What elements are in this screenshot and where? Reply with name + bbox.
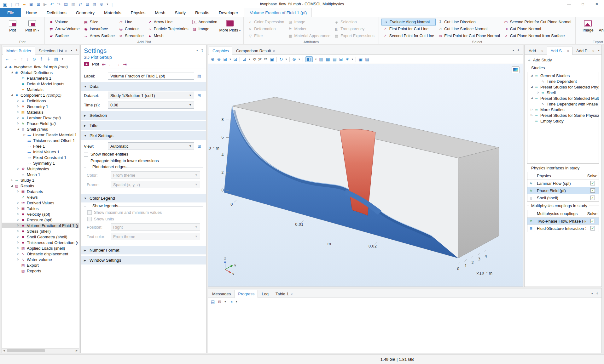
section-plot-settings[interactable]: ▼Plot Settings bbox=[81, 131, 206, 140]
section-data[interactable]: ▼Data bbox=[81, 82, 206, 91]
section-window-settings[interactable]: ▶Window Settings bbox=[81, 256, 206, 264]
expander-icon[interactable]: ▷ bbox=[16, 219, 20, 221]
expander-icon[interactable]: ◢ bbox=[9, 185, 14, 187]
expander-icon[interactable]: ▷ bbox=[16, 122, 20, 125]
animate-icon[interactable]: ▣ bbox=[270, 57, 274, 61]
tree-item[interactable]: ▷ ∿ Obstacle displacement bbox=[2, 251, 79, 257]
expander-icon[interactable]: ▷ bbox=[16, 190, 20, 193]
annotation-button[interactable]: T Annotation bbox=[191, 19, 219, 26]
new-file-icon[interactable]: ▢ bbox=[15, 2, 19, 6]
tree-item[interactable]: ◢ ■ Component 1 (comp1) bbox=[2, 92, 79, 98]
settings-menu-caret-icon[interactable]: ▾ bbox=[196, 48, 198, 53]
coupling-row[interactable]: ≋ Two-Phase Flow, Phase Field 1... ✓ bbox=[527, 217, 599, 225]
checkbox[interactable] bbox=[86, 204, 90, 208]
tree-item[interactable]: ▷ ▦ Tables bbox=[2, 206, 79, 211]
qat-separator[interactable]: | bbox=[112, 2, 113, 6]
toolbar-separator[interactable] bbox=[240, 57, 240, 62]
solve-checkbox[interactable]: ✓ bbox=[590, 188, 595, 193]
view-yz-icon[interactable]: yz bbox=[258, 58, 262, 61]
expand-all-icon[interactable]: ⇡ bbox=[40, 57, 43, 61]
scroll-right-icon[interactable]: ▶ bbox=[74, 349, 79, 352]
pin-icon[interactable]: ↧ bbox=[201, 48, 204, 53]
table-icon[interactable]: ▤ bbox=[333, 57, 337, 61]
go-to-view-icon[interactable]: ⊞ bbox=[195, 142, 203, 150]
physics-row[interactable]: ≋ Phase Field (pf) ✓ bbox=[527, 187, 599, 194]
tab-comparison-result[interactable]: Comparison Result× bbox=[233, 47, 278, 54]
dataset-select[interactable]: Study 1/Solution 1 (sol1)▼ bbox=[108, 92, 194, 99]
tree-item[interactable]: ● Materials bbox=[2, 87, 79, 92]
move-up-icon[interactable]: ↑ bbox=[21, 57, 23, 61]
propagate-hiding-row[interactable]: Propagate hiding to lower dimensions bbox=[81, 157, 206, 164]
tab-results[interactable]: Results bbox=[190, 8, 214, 17]
study-tree-item[interactable]: ∿ Time Dependent with Phase Initializati… bbox=[527, 101, 599, 107]
tab-messages[interactable]: Messages bbox=[209, 290, 234, 298]
panel-menu-caret-icon[interactable]: ▾ bbox=[513, 48, 514, 52]
expander-icon[interactable]: ▷ bbox=[16, 168, 20, 170]
checkbox[interactable] bbox=[86, 165, 90, 169]
expander-icon[interactable]: ▷ bbox=[16, 117, 20, 119]
export-image-button[interactable]: Image bbox=[578, 18, 598, 32]
first-solution-button[interactable]: ⇤ bbox=[102, 62, 106, 66]
tab-mesh[interactable]: Mesh bbox=[150, 8, 170, 17]
screenshot-icon[interactable]: ▣ bbox=[358, 57, 363, 61]
plot-button[interactable]: Plot bbox=[3, 18, 22, 32]
tab-model-builder[interactable]: Model Builder bbox=[3, 47, 35, 55]
expander-icon[interactable]: ◢ bbox=[9, 71, 14, 74]
save-as-icon[interactable]: ⊞ bbox=[37, 2, 40, 6]
last-solution-button[interactable]: ⇥ bbox=[123, 62, 127, 66]
open-icon[interactable]: ▰ bbox=[23, 2, 26, 6]
study-tree-item[interactable]: ▷ ∞ More Studies bbox=[527, 107, 599, 112]
tree-item[interactable]: ▷ ■ Stress (shell) bbox=[2, 228, 79, 234]
close-icon[interactable]: × bbox=[291, 292, 293, 296]
plot-in-button[interactable]: Plot In ▾ bbox=[22, 18, 42, 32]
streamline-button[interactable]: ≋ Streamline bbox=[117, 32, 145, 39]
transparency-caret-icon[interactable]: ▾ bbox=[315, 58, 317, 61]
tab-study[interactable]: Study bbox=[170, 8, 190, 17]
mesh-plot-button[interactable]: ▲ Mesh bbox=[146, 32, 190, 39]
expander-icon[interactable]: ▷ bbox=[16, 202, 20, 204]
arrow-surface-button[interactable]: → Arrow Surface bbox=[82, 32, 116, 39]
section-color-legend[interactable]: ▼Color Legend bbox=[81, 194, 206, 202]
label-input[interactable]: Volume Fraction of Fluid 1 (pf) bbox=[108, 72, 194, 80]
horizontal-scrollbar[interactable]: ◀ ▶ bbox=[2, 348, 79, 353]
tree-item[interactable]: ▷ ▦ Datasets bbox=[2, 189, 79, 194]
study-tree-item[interactable]: ◢ ∞ General Studies bbox=[527, 73, 599, 78]
surface-button[interactable]: ▰ Surface bbox=[47, 32, 81, 39]
run-icon[interactable]: ▶ bbox=[44, 2, 47, 6]
tab-physics[interactable]: Physics bbox=[126, 8, 150, 17]
tab-selection-list[interactable]: Selection List× bbox=[36, 47, 70, 54]
pin-icon[interactable]: ↧ bbox=[75, 48, 78, 52]
close-icon[interactable]: × bbox=[541, 49, 543, 53]
tree-item[interactable]: ▷ ■ Thickness and Orientation (shell) bbox=[2, 240, 79, 245]
plot-dataset-edges-row[interactable]: Plot dataset edges bbox=[86, 164, 126, 169]
tab-graphics[interactable]: Graphics bbox=[209, 47, 232, 55]
close-button[interactable]: ✕ bbox=[590, 0, 604, 8]
panel-menu-caret-icon[interactable]: ▾ bbox=[598, 48, 600, 52]
expander-icon[interactable]: ◢ bbox=[3, 65, 8, 68]
solve-checkbox[interactable]: ✓ bbox=[590, 181, 595, 185]
expander-icon[interactable]: ◢ bbox=[529, 86, 534, 88]
study-tree-item[interactable]: ∞ Empty Study bbox=[527, 118, 599, 124]
qat-separator[interactable]: | bbox=[11, 2, 12, 6]
scroll-lock-icon[interactable]: ⇥ bbox=[229, 300, 233, 304]
show-legends-row[interactable]: Show legends bbox=[86, 203, 118, 208]
cancel-caret-icon[interactable]: ▾ bbox=[224, 300, 226, 303]
tab-home[interactable]: Home bbox=[21, 8, 42, 17]
tree-item[interactable]: ▷ ■ Velocity (spf) bbox=[2, 211, 79, 217]
tab-definitions[interactable]: Definitions bbox=[42, 8, 71, 17]
close-icon[interactable]: × bbox=[592, 49, 594, 53]
tab-file[interactable]: File bbox=[0, 8, 21, 17]
expander-icon[interactable]: ▷ bbox=[16, 258, 20, 261]
expander-icon[interactable]: ◢ bbox=[9, 94, 14, 96]
expander-icon[interactable]: ▷ bbox=[16, 213, 20, 215]
tree-item[interactable]: ▷ ≋ Laminar Flow (spf) bbox=[2, 115, 79, 121]
contour-button[interactable]: ◎ Contour bbox=[117, 26, 145, 32]
expander-icon[interactable]: ▷ bbox=[536, 91, 540, 94]
tree-item[interactable]: ▭ Fixed Constraint 1 bbox=[2, 155, 79, 160]
tree-item[interactable]: ▷ 8.85 Derived Values bbox=[2, 200, 79, 206]
more-plots-button[interactable]: More Plots ▾ bbox=[219, 18, 241, 32]
search-icon[interactable]: ⊙ bbox=[100, 2, 103, 6]
cut-line-direction-button[interactable]: ↧ Cut Line Direction bbox=[436, 19, 501, 26]
close-icon[interactable]: × bbox=[65, 49, 67, 53]
tree-item[interactable]: ▷ ■ Pressure (spf) bbox=[2, 217, 79, 223]
